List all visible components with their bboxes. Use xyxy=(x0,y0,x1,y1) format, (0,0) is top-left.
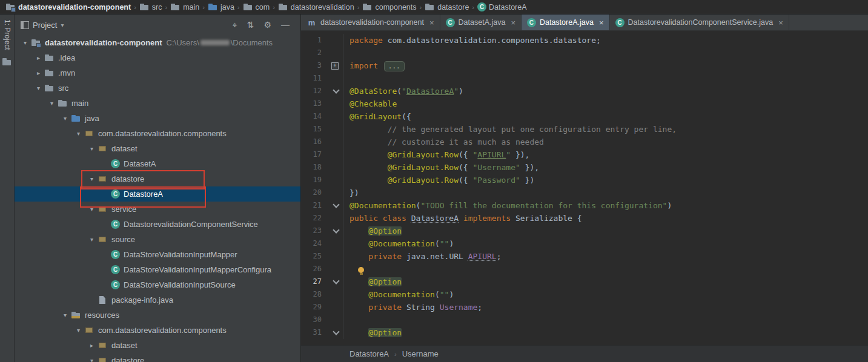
fold-marker-icon[interactable]: + xyxy=(322,59,343,72)
code-line[interactable]: 16 // customize it as much as needed xyxy=(301,136,868,148)
line-number[interactable]: 13 xyxy=(301,97,322,110)
tree-item-service[interactable]: ▾service xyxy=(15,202,300,217)
code-editor[interactable]: 1package com.datastorevalidation.compone… xyxy=(301,31,868,345)
tree-item-datastorevalidation-component[interactable]: ▾datastorevalidation-componentC:\Users\\… xyxy=(15,35,300,50)
code-line[interactable]: 29 private String Username; xyxy=(301,301,868,314)
tree-item-datastore[interactable]: ▾datastore xyxy=(15,353,300,362)
tree-item-datastore[interactable]: ▾datastore xyxy=(15,171,300,186)
code-line[interactable]: 27 @Option xyxy=(301,275,868,288)
line-number[interactable]: 20 xyxy=(301,186,322,199)
editor-breadcrumb-username[interactable]: Username xyxy=(402,349,439,358)
breadcrumb-item-main[interactable]: main xyxy=(170,2,200,12)
line-number[interactable]: 16 xyxy=(301,136,322,148)
collapse-arrow-icon[interactable]: ▾ xyxy=(74,130,83,137)
code-line[interactable]: 3+import ... xyxy=(301,59,868,72)
code-line[interactable]: 26 xyxy=(301,263,868,275)
collapse-arrow-icon[interactable]: ▾ xyxy=(34,85,43,91)
line-number[interactable]: 12 xyxy=(301,85,322,97)
code-line[interactable]: 18 @GridLayout.Row({ "Username" }), xyxy=(301,161,868,174)
collapse-arrow-icon[interactable]: ▾ xyxy=(21,39,30,46)
line-number[interactable]: 19 xyxy=(301,174,322,186)
line-number[interactable]: 22 xyxy=(301,212,322,225)
collapse-arrow-icon[interactable]: ▾ xyxy=(61,312,70,318)
collapse-arrow-icon[interactable]: ▾ xyxy=(87,176,96,182)
line-number[interactable]: 27 xyxy=(301,275,322,288)
code-line[interactable]: 12@DataStore("DatastoreA") xyxy=(301,85,868,97)
editor-breadcrumb-datastorea[interactable]: DatastoreA xyxy=(350,349,389,358)
code-line[interactable]: 21@Documentation("TODO fill the document… xyxy=(301,199,868,212)
breadcrumb-item-com[interactable]: com xyxy=(242,2,271,12)
code-line[interactable]: 28 @Documentation("") xyxy=(301,288,868,301)
project-toolwindow-button[interactable]: 1: Project xyxy=(3,19,12,50)
collapse-all-icon[interactable]: ⇅ xyxy=(247,20,254,30)
editor-tab-datastorevalidation-component[interactable]: mdatastorevalidation-component× xyxy=(301,15,440,30)
breadcrumb-item-components[interactable]: components xyxy=(362,2,417,12)
code-line[interactable]: 30 xyxy=(301,314,868,326)
folder-icon[interactable] xyxy=(2,58,12,67)
editor-tab-datastorea.java[interactable]: CDatastoreA.java× xyxy=(522,15,610,30)
tab-close-icon[interactable]: × xyxy=(778,18,783,27)
tree-item-resources[interactable]: ▾resources xyxy=(15,308,300,323)
tree-item-package-info.java[interactable]: package-info.java xyxy=(15,292,300,308)
code-line[interactable]: 24 @Documentation("") xyxy=(301,237,868,250)
breadcrumb-item-datastorevalidation[interactable]: datastorevalidation xyxy=(277,2,355,12)
editor-tab-dataseta.java[interactable]: CDatasetA.java× xyxy=(440,15,522,30)
tree-item-datastorea[interactable]: CDatastoreA xyxy=(15,186,300,202)
fold-marker-icon[interactable] xyxy=(322,225,343,237)
tree-item-java[interactable]: ▾java xyxy=(15,111,300,126)
line-number[interactable]: 24 xyxy=(301,237,322,250)
editor-tab-datastorevalidationcomponentservice.java[interactable]: CDatastorevalidationComponentService.jav… xyxy=(610,15,789,30)
tree-item-datastorevalidationinputmapper[interactable]: CDataStoreValidationInputMapper xyxy=(15,247,300,262)
expand-arrow-icon[interactable]: ▸ xyxy=(87,342,96,349)
line-number[interactable]: 31 xyxy=(301,326,322,339)
line-number[interactable]: 21 xyxy=(301,199,322,212)
line-number[interactable]: 11 xyxy=(301,72,322,85)
code-line[interactable]: 2 xyxy=(301,47,868,59)
expand-arrow-icon[interactable]: ▸ xyxy=(34,54,43,61)
code-line[interactable]: 1package com.datastorevalidation.compone… xyxy=(301,34,868,47)
fold-marker-icon[interactable] xyxy=(322,275,343,288)
code-line[interactable]: 20}) xyxy=(301,186,868,199)
tree-item-com.datastorevalidation.components[interactable]: ▾com.datastorevalidation.components xyxy=(15,126,300,141)
code-line[interactable]: 14@GridLayout({ xyxy=(301,110,868,123)
line-number[interactable]: 26 xyxy=(301,263,322,275)
tab-close-icon[interactable]: × xyxy=(599,18,604,27)
tab-close-icon[interactable]: × xyxy=(429,18,434,27)
expand-arrow-icon[interactable]: ▸ xyxy=(34,70,43,76)
tree-item-datastorevalidationinputmapperconfigura[interactable]: CDataStoreValidationInputMapperConfigura xyxy=(15,262,300,277)
tab-close-icon[interactable]: × xyxy=(511,18,515,27)
locate-icon[interactable]: ⌖ xyxy=(233,20,237,30)
tree-item-src[interactable]: ▾src xyxy=(15,81,300,96)
line-number[interactable]: 29 xyxy=(301,301,322,314)
tree-item-dataseta[interactable]: CDatasetA xyxy=(15,156,300,171)
code-line[interactable]: 25 private java.net.URL APIURL; xyxy=(301,250,868,263)
collapse-arrow-icon[interactable]: ▾ xyxy=(61,115,70,122)
tree-item-dataset[interactable]: ▾dataset xyxy=(15,141,300,156)
collapse-arrow-icon[interactable]: ▾ xyxy=(87,206,96,212)
collapse-arrow-icon[interactable]: ▾ xyxy=(74,327,83,334)
tree-item-.mvn[interactable]: ▸.mvn xyxy=(15,65,300,81)
breadcrumb-item-datastore[interactable]: datastore xyxy=(424,2,469,12)
line-number[interactable]: 28 xyxy=(301,288,322,301)
code-line[interactable]: 23 @Option xyxy=(301,225,868,237)
tree-item-dataset[interactable]: ▸dataset xyxy=(15,338,300,353)
collapse-arrow-icon[interactable]: ▾ xyxy=(47,100,56,107)
breadcrumb-item-src[interactable]: src xyxy=(139,2,163,12)
fold-marker-icon[interactable] xyxy=(322,326,343,339)
fold-marker-icon[interactable] xyxy=(322,85,343,97)
line-number[interactable]: 30 xyxy=(301,314,322,326)
line-number[interactable]: 1 xyxy=(301,34,322,47)
line-number[interactable]: 25 xyxy=(301,250,322,263)
code-line[interactable]: 15 // the generated layout put one confi… xyxy=(301,123,868,136)
fold-marker-icon[interactable] xyxy=(322,199,343,212)
line-number[interactable]: 15 xyxy=(301,123,322,136)
breadcrumb-item-datastorea[interactable]: CDatastoreA xyxy=(477,2,528,12)
intention-bulb-icon[interactable] xyxy=(358,267,364,273)
tree-item-datastorevalidationinputsource[interactable]: CDataStoreValidationInputSource xyxy=(15,277,300,292)
line-number[interactable]: 17 xyxy=(301,148,322,161)
tree-item-com.datastorevalidation.components[interactable]: ▾com.datastorevalidation.components xyxy=(15,323,300,338)
code-line[interactable]: 17 @GridLayout.Row({ "APIURL" }), xyxy=(301,148,868,161)
code-line[interactable]: 31 @Option xyxy=(301,326,868,339)
project-view-title[interactable]: Project xyxy=(33,21,57,30)
code-line[interactable]: 22public class DatastoreA implements Ser… xyxy=(301,212,868,225)
